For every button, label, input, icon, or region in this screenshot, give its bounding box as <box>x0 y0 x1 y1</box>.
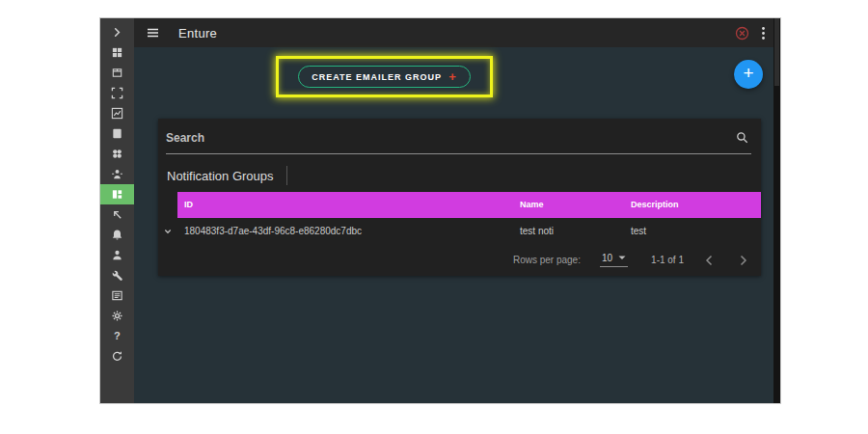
news-icon <box>111 289 123 302</box>
title-divider <box>286 166 287 185</box>
sidebar-item-document[interactable] <box>100 123 134 144</box>
panel-title: Notification Groups <box>167 169 274 183</box>
sidebar-item-gear[interactable] <box>100 306 134 326</box>
panel-title-row: Notification Groups <box>158 159 761 192</box>
pagination: Rows per page: 10 1-1 of 1 <box>158 244 761 276</box>
topbar: Enture <box>134 18 780 47</box>
sidebar-item-wrench[interactable] <box>100 265 134 285</box>
crop-frame-icon <box>111 87 123 99</box>
sync-icon <box>111 350 123 363</box>
scrollbar-thumb[interactable] <box>774 18 779 86</box>
sidebar-item-fan[interactable] <box>100 144 134 164</box>
rows-per-page-label: Rows per page: <box>513 255 581 265</box>
sidebar-item-cube[interactable] <box>100 63 134 83</box>
circled-x-icon[interactable] <box>735 26 749 41</box>
notification-groups-card: Notification Groups ID Name Description … <box>158 119 761 276</box>
help-icon: ? <box>111 330 123 342</box>
app-title: Enture <box>178 26 217 41</box>
create-emailer-group-button[interactable]: CREATE EMAILER GROUP + <box>298 66 470 88</box>
arrow-up-left-icon <box>111 208 123 221</box>
split-grid-icon <box>111 188 123 201</box>
document-icon <box>111 127 123 140</box>
next-page-icon[interactable] <box>739 255 747 266</box>
sidebar-item-person-hub[interactable] <box>100 164 134 184</box>
notification-groups-table: ID Name Description 180483f3-d7ae-43df-9… <box>158 192 761 244</box>
sidebar-item-chevron-right[interactable] <box>100 22 134 42</box>
person-hub-icon <box>111 168 123 180</box>
caret-down-icon <box>618 256 626 260</box>
plus-icon: + <box>448 69 457 84</box>
wrench-icon <box>111 269 123 282</box>
sidebar-item-arrow-up-left[interactable] <box>100 204 134 225</box>
search-input[interactable] <box>166 131 725 145</box>
user-icon <box>111 249 123 261</box>
app-window: ? Enture CREATE EMAILER <box>99 17 781 404</box>
scrollbar[interactable] <box>773 18 780 403</box>
search-underline <box>166 153 751 154</box>
row-expand-chevron-icon[interactable] <box>158 227 177 236</box>
table-row[interactable]: 180483f3-d7ae-43df-96c8-e86280dc7dbc tes… <box>158 218 761 244</box>
add-fab-button[interactable]: + <box>734 60 763 89</box>
column-header-description: Description <box>631 192 761 218</box>
chevron-right-icon <box>111 26 123 39</box>
chart-icon <box>111 107 123 120</box>
sidebar-item-split-grid[interactable] <box>100 184 134 204</box>
table-header-row: ID Name Description <box>158 192 761 218</box>
create-emailer-group-label: CREATE EMAILER GROUP <box>312 72 442 82</box>
cell-id: 180483f3-d7ae-43df-96c8-e86280dc7dbc <box>177 226 520 236</box>
expand-column-spacer <box>158 192 177 218</box>
rows-per-page-select[interactable]: 10 <box>600 253 628 267</box>
kebab-menu-icon[interactable] <box>761 26 766 41</box>
sidebar-item-grid[interactable] <box>100 42 134 63</box>
sidebar-item-user[interactable] <box>100 245 134 265</box>
search-bar <box>158 119 761 159</box>
column-header-id: ID <box>177 192 520 218</box>
hamburger-icon[interactable] <box>146 26 160 40</box>
search-icon[interactable] <box>736 130 748 148</box>
svg-text:?: ? <box>114 330 121 341</box>
gear-icon <box>111 310 123 322</box>
sidebar-item-help[interactable]: ? <box>100 326 134 346</box>
fan-icon <box>111 148 123 160</box>
sidebar-item-crop-frame[interactable] <box>100 83 134 103</box>
cube-icon <box>111 67 123 79</box>
previous-page-icon[interactable] <box>705 255 714 266</box>
cell-description: test <box>631 226 761 236</box>
rows-per-page-value: 10 <box>602 253 612 263</box>
cell-name: test noti <box>520 226 631 236</box>
sidebar-item-bell[interactable] <box>100 225 134 245</box>
bell-icon <box>111 229 123 241</box>
sidebar-item-chart[interactable] <box>100 103 134 123</box>
grid-icon <box>111 46 123 59</box>
pagination-range: 1-1 of 1 <box>651 255 684 265</box>
column-header-name: Name <box>520 192 631 218</box>
sidebar: ? <box>100 18 134 403</box>
sidebar-item-sync[interactable] <box>100 346 134 366</box>
annotation-highlight-box: CREATE EMAILER GROUP + <box>276 56 493 97</box>
sidebar-item-news[interactable] <box>100 285 134 306</box>
